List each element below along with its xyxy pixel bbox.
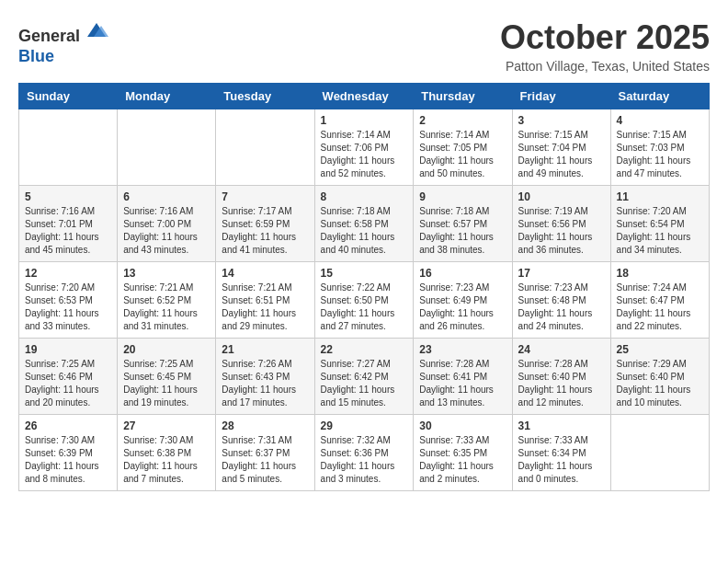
- calendar-day-cell: 9Sunrise: 7:18 AM Sunset: 6:57 PM Daylig…: [414, 186, 512, 262]
- logo-icon: [83, 18, 110, 41]
- calendar-day-cell: 29Sunrise: 7:32 AM Sunset: 6:36 PM Dayli…: [314, 415, 414, 491]
- day-info: Sunrise: 7:28 AM Sunset: 6:40 PM Dayligh…: [518, 358, 605, 409]
- day-number: 16: [419, 267, 506, 280]
- calendar-day-cell: 30Sunrise: 7:33 AM Sunset: 6:35 PM Dayli…: [414, 415, 512, 491]
- day-number: 15: [321, 267, 408, 280]
- calendar-day-cell: 13Sunrise: 7:21 AM Sunset: 6:52 PM Dayli…: [118, 262, 216, 339]
- day-info: Sunrise: 7:19 AM Sunset: 6:56 PM Dayligh…: [518, 205, 605, 257]
- title-block: October 2025 Patton Village, Texas, Unit…: [500, 18, 710, 74]
- calendar-day-cell: 31Sunrise: 7:33 AM Sunset: 6:34 PM Dayli…: [512, 415, 610, 491]
- day-info: Sunrise: 7:27 AM Sunset: 6:42 PM Dayligh…: [321, 358, 408, 409]
- location: Patton Village, Texas, United States: [500, 59, 710, 74]
- page-header: General Blue October 2025 Patton Village…: [18, 18, 710, 74]
- calendar-day-cell: 2Sunrise: 7:14 AM Sunset: 7:05 PM Daylig…: [414, 109, 512, 186]
- day-info: Sunrise: 7:15 AM Sunset: 7:04 PM Dayligh…: [518, 129, 605, 180]
- day-info: Sunrise: 7:23 AM Sunset: 6:49 PM Dayligh…: [419, 282, 506, 333]
- logo: General Blue: [18, 18, 110, 66]
- day-number: 20: [123, 343, 210, 356]
- day-info: Sunrise: 7:20 AM Sunset: 6:53 PM Dayligh…: [25, 282, 111, 333]
- calendar-day-cell: 3Sunrise: 7:15 AM Sunset: 7:04 PM Daylig…: [512, 109, 610, 186]
- weekday-header: Saturday: [610, 84, 709, 109]
- calendar-day-cell: 6Sunrise: 7:16 AM Sunset: 7:00 PM Daylig…: [118, 186, 216, 262]
- calendar-day-cell: [19, 109, 118, 186]
- day-number: 11: [617, 190, 703, 203]
- calendar-day-cell: [216, 109, 314, 186]
- day-info: Sunrise: 7:18 AM Sunset: 6:58 PM Dayligh…: [321, 205, 408, 257]
- calendar-week-row: 26Sunrise: 7:30 AM Sunset: 6:39 PM Dayli…: [19, 415, 710, 491]
- calendar-week-row: 19Sunrise: 7:25 AM Sunset: 6:46 PM Dayli…: [19, 339, 710, 415]
- calendar-day-cell: 26Sunrise: 7:30 AM Sunset: 6:39 PM Dayli…: [19, 415, 118, 491]
- day-number: 28: [222, 419, 308, 432]
- calendar-day-cell: 18Sunrise: 7:24 AM Sunset: 6:47 PM Dayli…: [610, 262, 709, 339]
- calendar-day-cell: 10Sunrise: 7:19 AM Sunset: 6:56 PM Dayli…: [512, 186, 610, 262]
- day-number: 12: [25, 267, 111, 280]
- day-number: 6: [123, 190, 210, 203]
- day-info: Sunrise: 7:33 AM Sunset: 6:34 PM Dayligh…: [518, 434, 605, 486]
- calendar-day-cell: 20Sunrise: 7:25 AM Sunset: 6:45 PM Dayli…: [118, 339, 216, 415]
- day-number: 4: [617, 114, 703, 127]
- day-info: Sunrise: 7:30 AM Sunset: 6:39 PM Dayligh…: [25, 434, 111, 486]
- calendar-day-cell: 4Sunrise: 7:15 AM Sunset: 7:03 PM Daylig…: [610, 109, 709, 186]
- day-info: Sunrise: 7:15 AM Sunset: 7:03 PM Dayligh…: [617, 129, 703, 180]
- calendar-week-row: 12Sunrise: 7:20 AM Sunset: 6:53 PM Dayli…: [19, 262, 710, 339]
- calendar-day-cell: [610, 415, 709, 491]
- day-info: Sunrise: 7:32 AM Sunset: 6:36 PM Dayligh…: [321, 434, 408, 486]
- day-info: Sunrise: 7:22 AM Sunset: 6:50 PM Dayligh…: [321, 282, 408, 333]
- day-number: 13: [123, 267, 210, 280]
- weekday-header-row: SundayMondayTuesdayWednesdayThursdayFrid…: [19, 84, 710, 109]
- day-number: 23: [419, 343, 506, 356]
- day-number: 27: [123, 419, 210, 432]
- calendar-day-cell: 25Sunrise: 7:29 AM Sunset: 6:40 PM Dayli…: [610, 339, 709, 415]
- day-info: Sunrise: 7:21 AM Sunset: 6:51 PM Dayligh…: [222, 282, 308, 333]
- calendar-week-row: 1Sunrise: 7:14 AM Sunset: 7:06 PM Daylig…: [19, 109, 710, 186]
- day-number: 29: [321, 419, 408, 432]
- weekday-header: Sunday: [19, 84, 118, 109]
- month-title: October 2025: [500, 18, 710, 57]
- day-info: Sunrise: 7:26 AM Sunset: 6:43 PM Dayligh…: [222, 358, 308, 409]
- day-number: 22: [321, 343, 408, 356]
- calendar-week-row: 5Sunrise: 7:16 AM Sunset: 7:01 PM Daylig…: [19, 186, 710, 262]
- day-number: 18: [617, 267, 703, 280]
- day-info: Sunrise: 7:24 AM Sunset: 6:47 PM Dayligh…: [617, 282, 703, 333]
- day-info: Sunrise: 7:31 AM Sunset: 6:37 PM Dayligh…: [222, 434, 308, 486]
- day-number: 21: [222, 343, 308, 356]
- day-number: 5: [25, 190, 111, 203]
- day-info: Sunrise: 7:33 AM Sunset: 6:35 PM Dayligh…: [419, 434, 506, 486]
- calendar-day-cell: 27Sunrise: 7:30 AM Sunset: 6:38 PM Dayli…: [118, 415, 216, 491]
- day-info: Sunrise: 7:25 AM Sunset: 6:46 PM Dayligh…: [25, 358, 111, 409]
- day-info: Sunrise: 7:29 AM Sunset: 6:40 PM Dayligh…: [617, 358, 703, 409]
- day-number: 7: [222, 190, 308, 203]
- calendar-day-cell: 8Sunrise: 7:18 AM Sunset: 6:58 PM Daylig…: [314, 186, 414, 262]
- day-number: 9: [419, 190, 506, 203]
- day-info: Sunrise: 7:17 AM Sunset: 6:59 PM Dayligh…: [222, 205, 308, 257]
- day-info: Sunrise: 7:16 AM Sunset: 7:01 PM Dayligh…: [25, 205, 111, 257]
- calendar-day-cell: 16Sunrise: 7:23 AM Sunset: 6:49 PM Dayli…: [414, 262, 512, 339]
- calendar-day-cell: 28Sunrise: 7:31 AM Sunset: 6:37 PM Dayli…: [216, 415, 314, 491]
- day-info: Sunrise: 7:14 AM Sunset: 7:05 PM Dayligh…: [419, 129, 506, 180]
- day-info: Sunrise: 7:21 AM Sunset: 6:52 PM Dayligh…: [123, 282, 210, 333]
- day-number: 3: [518, 114, 605, 127]
- calendar-day-cell: [118, 109, 216, 186]
- day-number: 25: [617, 343, 703, 356]
- day-info: Sunrise: 7:28 AM Sunset: 6:41 PM Dayligh…: [419, 358, 506, 409]
- day-number: 2: [419, 114, 506, 127]
- day-info: Sunrise: 7:25 AM Sunset: 6:45 PM Dayligh…: [123, 358, 210, 409]
- calendar-day-cell: 15Sunrise: 7:22 AM Sunset: 6:50 PM Dayli…: [314, 262, 414, 339]
- calendar-day-cell: 22Sunrise: 7:27 AM Sunset: 6:42 PM Dayli…: [314, 339, 414, 415]
- day-number: 31: [518, 419, 605, 432]
- calendar-day-cell: 7Sunrise: 7:17 AM Sunset: 6:59 PM Daylig…: [216, 186, 314, 262]
- day-info: Sunrise: 7:20 AM Sunset: 6:54 PM Dayligh…: [617, 205, 703, 257]
- day-number: 26: [25, 419, 111, 432]
- day-number: 10: [518, 190, 605, 203]
- calendar-day-cell: 12Sunrise: 7:20 AM Sunset: 6:53 PM Dayli…: [19, 262, 118, 339]
- day-number: 17: [518, 267, 605, 280]
- day-info: Sunrise: 7:23 AM Sunset: 6:48 PM Dayligh…: [518, 282, 605, 333]
- calendar-day-cell: 21Sunrise: 7:26 AM Sunset: 6:43 PM Dayli…: [216, 339, 314, 415]
- weekday-header: Wednesday: [314, 84, 414, 109]
- logo-general: General: [18, 27, 80, 45]
- day-info: Sunrise: 7:18 AM Sunset: 6:57 PM Dayligh…: [419, 205, 506, 257]
- day-number: 8: [321, 190, 408, 203]
- weekday-header: Tuesday: [216, 84, 314, 109]
- calendar-day-cell: 14Sunrise: 7:21 AM Sunset: 6:51 PM Dayli…: [216, 262, 314, 339]
- calendar-day-cell: 5Sunrise: 7:16 AM Sunset: 7:01 PM Daylig…: [19, 186, 118, 262]
